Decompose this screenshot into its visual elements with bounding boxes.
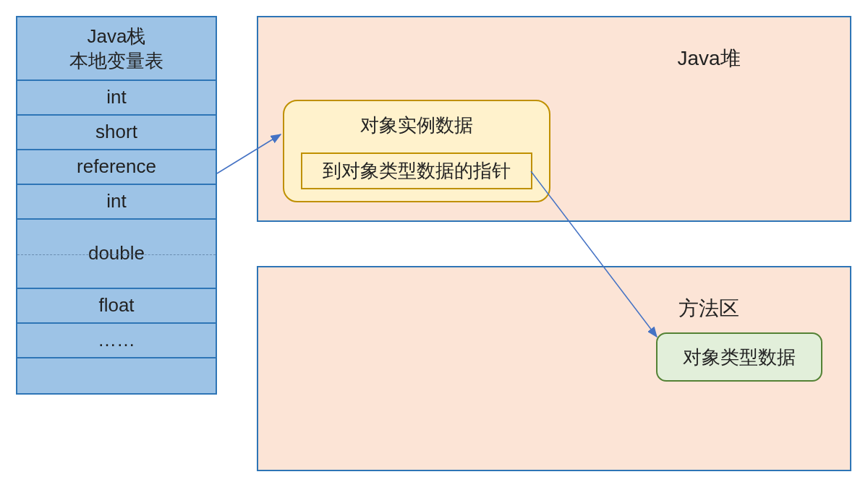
stack-cell-short: short [17, 116, 216, 150]
heap-title: Java堆 [597, 45, 821, 72]
stack-cell-ellipsis: …… [17, 324, 216, 358]
java-stack-table: Java栈 本地变量表 int short reference int doub… [16, 16, 217, 395]
object-type-data-box: 对象类型数据 [656, 332, 822, 382]
stack-header: Java栈 本地变量表 [17, 17, 216, 81]
stack-cell-empty [17, 358, 216, 393]
stack-cell-int2: int [17, 185, 216, 220]
object-instance-title: 对象实例数据 [284, 113, 549, 138]
stack-cell-float: float [17, 289, 216, 324]
method-area-panel: 方法区 对象类型数据 [257, 266, 851, 471]
method-area-title: 方法区 [597, 295, 821, 322]
object-type-pointer-box: 到对象类型数据的指针 [301, 152, 532, 189]
stack-cell-int: int [17, 81, 216, 116]
stack-title-line2: 本地变量表 [69, 50, 163, 72]
stack-title-line1: Java栈 [88, 25, 146, 47]
object-instance-box: 对象实例数据 到对象类型数据的指针 [283, 100, 550, 202]
java-heap-panel: Java堆 对象实例数据 到对象类型数据的指针 [257, 16, 851, 222]
stack-cell-reference: reference [17, 150, 216, 185]
stack-cell-double: double [17, 220, 216, 289]
